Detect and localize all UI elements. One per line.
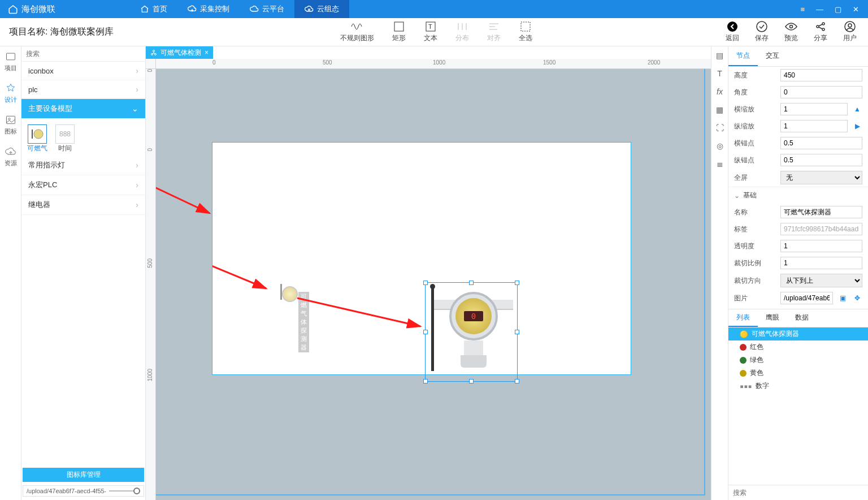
rrail-text-icon[interactable]: T bbox=[717, 69, 722, 78]
lib-item-relay[interactable]: 继电器› bbox=[21, 195, 145, 215]
tool-share[interactable]: 分享 bbox=[814, 21, 827, 43]
svg-rect-14 bbox=[6, 116, 15, 123]
rail-resource[interactable]: 资源 bbox=[5, 146, 17, 167]
handle-se[interactable] bbox=[515, 379, 519, 383]
handle-n[interactable] bbox=[469, 281, 474, 285]
props-tab-node[interactable]: 节点 bbox=[728, 46, 758, 66]
rrail-more-icon[interactable]: ≣ bbox=[717, 160, 723, 169]
handle-nw[interactable] bbox=[423, 281, 428, 285]
nav-collect[interactable]: 采集控制 bbox=[177, 0, 240, 18]
gauge-display: 0 bbox=[464, 311, 483, 321]
lib-item-main-models[interactable]: 主要设备模型⌄ bbox=[21, 99, 145, 119]
slider-knob-icon[interactable] bbox=[133, 488, 140, 494]
layer-detector[interactable]: 🟡可燃气体探测器 bbox=[728, 327, 868, 340]
prop-select-cropdir[interactable]: 从下到上 bbox=[780, 274, 862, 287]
star-icon bbox=[5, 83, 16, 94]
tool-save[interactable]: 保存 bbox=[755, 21, 769, 43]
handle-s[interactable] bbox=[469, 379, 474, 383]
canvas-tab[interactable]: 可燃气体检测 × bbox=[146, 46, 213, 59]
svg-rect-16 bbox=[32, 130, 33, 139]
lib-item-yhplc[interactable]: 永宏PLC› bbox=[21, 175, 145, 195]
rail-project[interactable]: 项目 bbox=[5, 51, 17, 72]
prop-label-scalex: 横缩放 bbox=[734, 105, 776, 114]
prop-input-name[interactable] bbox=[780, 206, 862, 218]
prop-input-height[interactable] bbox=[780, 69, 862, 81]
flip-h-icon[interactable]: ▲ bbox=[852, 105, 862, 113]
lib-tile-time[interactable]: 888 时间 bbox=[55, 124, 75, 153]
lib-path-slider[interactable]: /upload/47eab6f7-aecd-4f55-b29 bbox=[23, 485, 144, 497]
tab-close-icon[interactable]: × bbox=[205, 49, 209, 57]
nav-cloud[interactable]: 云平台 bbox=[240, 0, 294, 18]
svg-rect-1 bbox=[394, 22, 403, 31]
layer-number[interactable]: ▪▪▪数字 bbox=[728, 380, 868, 393]
rail-icons[interactable]: 图标 bbox=[5, 114, 17, 136]
align-icon bbox=[488, 21, 500, 32]
lib-search-input[interactable] bbox=[21, 46, 145, 62]
props-tab-interact[interactable]: 交互 bbox=[758, 46, 787, 66]
svg-rect-13 bbox=[6, 53, 15, 60]
prop-input-angle[interactable] bbox=[780, 86, 862, 98]
tool-back[interactable]: 返回 bbox=[726, 21, 739, 43]
tool-text[interactable]: T文本 bbox=[424, 21, 437, 43]
rrail-fit-icon[interactable]: ⛶ bbox=[716, 123, 724, 132]
layer-yellow[interactable]: 黄色 bbox=[728, 367, 868, 380]
prop-input-scalex[interactable] bbox=[780, 103, 848, 115]
tool-user[interactable]: 用户 bbox=[843, 21, 857, 43]
tool-selectall[interactable]: 全选 bbox=[519, 21, 532, 43]
nav-config[interactable]: 云组态 bbox=[294, 0, 349, 18]
svg-text:T: T bbox=[428, 23, 432, 30]
rail-design[interactable]: 设计 bbox=[5, 83, 17, 104]
selection-box[interactable]: 0 bbox=[425, 282, 518, 382]
cloud-download-icon bbox=[188, 5, 197, 14]
share-icon bbox=[814, 21, 827, 32]
prop-input-cropratio[interactable] bbox=[780, 257, 862, 269]
bottom-tab-eagle[interactable]: 鹰眼 bbox=[758, 309, 787, 327]
layer-green[interactable]: 绿色 bbox=[728, 354, 868, 367]
layer-red[interactable]: 红色 bbox=[728, 340, 868, 354]
tool-preview[interactable]: 预览 bbox=[784, 21, 798, 43]
close-icon[interactable]: ✕ bbox=[853, 5, 859, 14]
tool-rect[interactable]: 矩形 bbox=[392, 21, 406, 43]
rrail-layers-icon[interactable]: ▤ bbox=[716, 51, 723, 60]
nav-home[interactable]: 首页 bbox=[130, 0, 177, 18]
rrail-grid-icon[interactable]: ▦ bbox=[716, 105, 723, 114]
prop-select-fullscreen[interactable]: 无 bbox=[780, 171, 862, 184]
lib-item-iconbox[interactable]: iconbox› bbox=[21, 62, 145, 80]
prop-section-basic[interactable]: ⌄基础 bbox=[728, 187, 868, 204]
prop-input-scaley[interactable] bbox=[780, 120, 848, 132]
tool-irregular[interactable]: 不规则图形 bbox=[340, 21, 374, 43]
handle-e[interactable] bbox=[515, 330, 519, 334]
handle-w[interactable] bbox=[423, 330, 428, 334]
handle-sw[interactable] bbox=[423, 379, 428, 383]
rrail-center-icon[interactable]: ◎ bbox=[717, 141, 723, 150]
canvas-page[interactable]: 可燃气体探测器 0 bbox=[212, 143, 631, 374]
chevron-right-icon: › bbox=[136, 85, 138, 94]
image-pick-icon[interactable]: ✥ bbox=[852, 294, 862, 302]
prop-input-opacity[interactable] bbox=[780, 240, 862, 252]
handle-ne[interactable] bbox=[515, 281, 519, 285]
lib-item-indicator[interactable]: 常用指示灯› bbox=[21, 156, 145, 175]
flip-v-icon[interactable]: ▶ bbox=[852, 122, 862, 130]
image-thumb-icon[interactable]: ▣ bbox=[837, 294, 848, 302]
rrail-fx-icon[interactable]: fx bbox=[717, 87, 723, 96]
red-dot-icon bbox=[740, 344, 747, 351]
prop-input-tag[interactable] bbox=[780, 223, 862, 235]
chevron-down-icon: ⌄ bbox=[132, 104, 138, 113]
prop-input-anchory[interactable] bbox=[780, 154, 862, 166]
menu-icon[interactable]: ≡ bbox=[800, 5, 805, 14]
svg-point-5 bbox=[727, 21, 737, 32]
text-icon: T bbox=[424, 21, 437, 32]
ghost-detector[interactable]: 可燃气体探测器 bbox=[280, 284, 298, 302]
lib-manage-button[interactable]: 图标库管理 bbox=[23, 468, 144, 482]
props-search-input[interactable] bbox=[728, 485, 868, 500]
bottom-tab-data[interactable]: 数据 bbox=[787, 309, 817, 327]
prop-input-image[interactable] bbox=[780, 292, 833, 304]
lib-item-plc[interactable]: plc› bbox=[21, 80, 145, 99]
maximize-icon[interactable]: ▢ bbox=[835, 5, 841, 14]
bottom-tab-list[interactable]: 列表 bbox=[728, 309, 758, 327]
lib-tile-gas[interactable]: 可燃气 bbox=[27, 124, 47, 153]
canvas-stage[interactable]: 可燃气体探测器 0 bbox=[156, 69, 711, 500]
minimize-icon[interactable]: — bbox=[816, 5, 823, 14]
svg-point-10 bbox=[822, 28, 824, 31]
prop-input-anchorx[interactable] bbox=[780, 137, 862, 149]
